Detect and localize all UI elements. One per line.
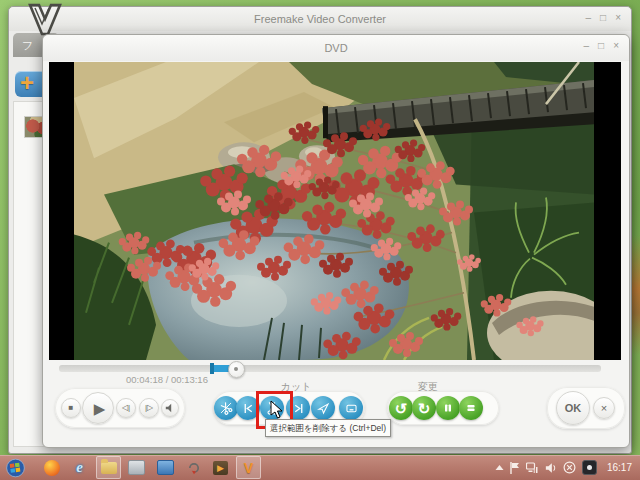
- maximize-button[interactable]: □: [600, 12, 606, 24]
- network-icon[interactable]: [526, 462, 539, 474]
- volume-tray-icon[interactable]: [545, 462, 557, 474]
- step-forward-icon: |▷: [145, 404, 153, 412]
- flip-horizontal-button[interactable]: [436, 396, 460, 420]
- rotate-left-icon: ↺: [395, 401, 408, 416]
- video-frame[interactable]: [74, 62, 594, 360]
- desktop: Freemake Video Converter – □ × フ + DVD –…: [0, 0, 640, 480]
- cancel-button[interactable]: ×: [593, 397, 615, 419]
- play-icon: ▶: [94, 401, 106, 416]
- close-button[interactable]: ×: [615, 12, 621, 24]
- ok-label: OK: [565, 402, 582, 414]
- time-position-label: 00:04:18 / 00:13:16: [109, 374, 225, 385]
- rotate-right-icon: ↻: [418, 401, 431, 416]
- bracket-left-icon: [242, 402, 255, 415]
- media-play-icon: ▶: [213, 461, 228, 475]
- freemake-logo-icon: [26, 2, 64, 38]
- video-letterbox: [49, 62, 621, 360]
- dvd-dialog: DVD – □ ×: [42, 34, 630, 448]
- display-icon: [157, 460, 174, 475]
- speaker-icon: [164, 402, 176, 414]
- step-backward-button[interactable]: ◁|: [116, 398, 136, 418]
- volume-button[interactable]: [161, 399, 179, 417]
- selection-start-marker[interactable]: [210, 363, 214, 374]
- main-titlebar[interactable]: Freemake Video Converter – □ ×: [9, 7, 631, 31]
- flip-vertical-button[interactable]: [459, 396, 483, 420]
- dialog-minimize-button[interactable]: –: [584, 40, 590, 52]
- taskbar-clock[interactable]: 16:17: [603, 462, 632, 473]
- app-window-icon: [128, 460, 145, 475]
- dialog-close-button[interactable]: ×: [613, 40, 619, 52]
- step-forward-button[interactable]: |▷: [139, 398, 159, 418]
- taskbar-explorer[interactable]: [99, 458, 118, 477]
- rotate-right-button[interactable]: ↻: [412, 396, 436, 420]
- taskbar-firefox[interactable]: [42, 458, 61, 477]
- close-x-icon: ×: [601, 402, 607, 414]
- main-window-title: Freemake Video Converter: [9, 13, 631, 25]
- blocked-app-icon[interactable]: [563, 461, 576, 474]
- dialog-titlebar[interactable]: DVD – □ ×: [43, 35, 629, 61]
- action-center-flag-icon[interactable]: [510, 462, 520, 474]
- tray-dark-app-icon[interactable]: [582, 460, 597, 475]
- flip-vertical-icon: [465, 402, 477, 414]
- dialog-maximize-button[interactable]: □: [598, 40, 604, 52]
- firefox-icon: [44, 460, 60, 476]
- folder-icon: [101, 462, 117, 474]
- scissors-slash-icon: [219, 401, 233, 415]
- flip-horizontal-icon: [442, 402, 454, 414]
- plus-icon: +: [20, 69, 34, 97]
- ok-button[interactable]: OK: [556, 391, 590, 425]
- taskbar-updater-app[interactable]: [184, 458, 203, 477]
- taskbar-app-window[interactable]: [127, 458, 146, 477]
- minimize-button[interactable]: –: [586, 12, 592, 24]
- bracket-right-icon: [292, 402, 305, 415]
- stop-button[interactable]: ■: [61, 398, 81, 418]
- taskbar-media-player[interactable]: ▶: [211, 458, 230, 477]
- video-scene-japanese-garden: [74, 62, 594, 360]
- frame-icon: [345, 402, 358, 415]
- taskbar[interactable]: e ▶ V: [0, 455, 640, 480]
- mouse-cursor: [270, 400, 284, 420]
- tray-expand-arrow[interactable]: [495, 464, 504, 471]
- dialog-title: DVD: [43, 42, 629, 54]
- seek-bar[interactable]: [59, 365, 601, 372]
- internet-explorer-icon: e: [76, 459, 83, 476]
- seek-handle[interactable]: [228, 361, 245, 378]
- file-tab-label: フ: [22, 39, 33, 51]
- freemake-v-icon: V: [244, 460, 253, 476]
- start-button[interactable]: [6, 458, 25, 477]
- windows-orb-icon: [6, 458, 25, 478]
- stop-icon: ■: [69, 404, 74, 412]
- cut-disabled-button[interactable]: [214, 396, 238, 420]
- frame-preview-button[interactable]: [339, 396, 363, 420]
- apply-cut-button[interactable]: [311, 396, 335, 420]
- sync-icon: [187, 461, 201, 475]
- taskbar-freemake[interactable]: V: [239, 458, 258, 477]
- step-backward-icon: ◁|: [122, 404, 130, 412]
- play-button[interactable]: ▶: [82, 392, 114, 424]
- paper-plane-icon: [317, 402, 330, 415]
- rotate-left-button[interactable]: ↺: [389, 396, 413, 420]
- taskbar-internet-explorer[interactable]: e: [70, 458, 89, 477]
- tooltip: 選択範囲を削除する (Ctrl+Del): [265, 419, 391, 437]
- system-tray[interactable]: 16:17: [495, 455, 640, 480]
- taskbar-display-app[interactable]: [156, 458, 175, 477]
